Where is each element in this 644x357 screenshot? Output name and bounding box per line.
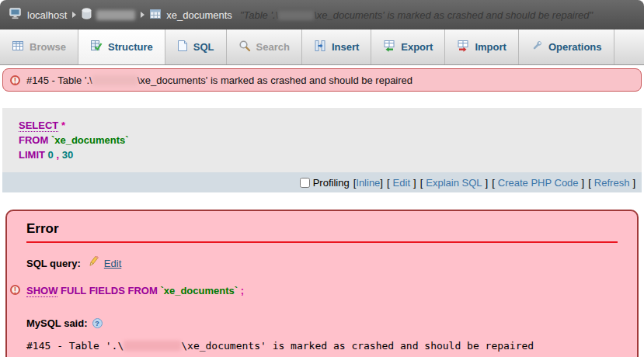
failed-query-line: ! SHOW FULL FIELDS FROM `xe_documents` ; [26, 285, 618, 296]
chevron-right-icon [72, 12, 76, 18]
breadcrumb-table-label: xe_documents [166, 9, 232, 21]
show-keyword-doclink[interactable]: SHOW [26, 285, 57, 297]
error-banner: ! #145 - Table '.\\xe_documents' is mark… [2, 68, 642, 92]
error-card-divider [26, 241, 618, 243]
tab-bar: Browse Structure SQL Search Insert Expor… [0, 29, 644, 65]
mysql-said-row: MySQL said: ? [26, 317, 618, 329]
tab-operations[interactable]: Operations [519, 29, 614, 64]
server-icon [9, 8, 23, 22]
warning-icon: ! [10, 75, 20, 85]
inline-link[interactable]: Inline [356, 177, 380, 189]
select-keyword-doclink[interactable]: SELECT [19, 120, 58, 132]
browse-icon [12, 40, 24, 54]
sql-query-section: SELECT * FROM `xe_documents` LIMIT 0 , 3… [2, 108, 642, 192]
tab-browse-label: Browse [30, 41, 66, 53]
sql-query-label: SQL query: [26, 258, 81, 269]
error-card-heading: Error [26, 221, 618, 237]
breadcrumb-server-label: localhost [27, 9, 67, 21]
structure-icon [90, 40, 103, 54]
pencil-icon [86, 256, 100, 270]
error-card: Error SQL query: Edit ! SHOW FULL FIELDS… [5, 210, 639, 357]
sql-line-from: FROM `xe_documents` [19, 133, 634, 147]
tab-search-label: Search [256, 41, 290, 53]
breadcrumb-database-redacted [96, 10, 135, 20]
tab-operations-label: Operations [548, 41, 602, 53]
profiling-checkbox[interactable] [300, 178, 310, 188]
sql-line-limit: LIMIT 0 , 30 [19, 147, 634, 162]
page-title: "Table '.\\xe_documents' is marked as cr… [240, 9, 593, 21]
mysql-error-message: #145 - Table '.\\xe_documents' is marked… [26, 340, 618, 352]
tab-search: Search [227, 29, 302, 64]
import-icon [457, 40, 469, 54]
tab-import[interactable]: Import [445, 29, 518, 64]
refresh-link[interactable]: Refresh [591, 177, 633, 189]
edit-query-link[interactable]: Edit [390, 177, 413, 189]
edit-link-group: [Edit] [387, 177, 416, 189]
table-icon [150, 9, 162, 22]
create-php-code-link-group: [Create PHP Code] [492, 177, 584, 189]
edit-sql-link-label: Edit [104, 258, 121, 269]
mysql-said-label: MySQL said: [26, 317, 88, 329]
profiling-label: Profiling [313, 177, 350, 189]
edit-sql-link[interactable]: Edit [86, 256, 121, 270]
tab-sql-label: SQL [193, 41, 214, 53]
search-icon [238, 40, 251, 54]
refresh-link-group: [Refresh] [588, 177, 635, 189]
help-icon[interactable]: ? [92, 318, 103, 328]
operations-icon [531, 40, 543, 54]
error-banner-redacted [92, 75, 138, 85]
tab-insert-label: Insert [332, 41, 359, 53]
tab-import-label: Import [475, 41, 506, 53]
breadcrumb: localhost xe_documents "Table '.\\xe_doc… [0, 0, 644, 29]
warning-icon: ! [10, 285, 20, 295]
tab-insert[interactable]: Insert [302, 29, 371, 64]
sql-query-row: SQL query: Edit [26, 256, 618, 270]
tab-structure[interactable]: Structure [78, 29, 165, 64]
explain-sql-link-group: [Explain SQL] [420, 177, 489, 189]
page-title-redacted [278, 11, 314, 20]
tab-export[interactable]: Export [371, 29, 445, 64]
error-banner-text: #145 - Table '.\\xe_documents' is marked… [26, 75, 413, 86]
tab-structure-label: Structure [108, 41, 153, 53]
tab-browse: Browse [0, 29, 78, 64]
mysql-error-redacted [124, 341, 181, 351]
tab-export-label: Export [401, 41, 433, 53]
create-php-code-link[interactable]: Create PHP Code [495, 177, 582, 189]
query-footer: Profiling [Inline] [Edit] [Explain SQL] … [2, 172, 642, 192]
inline-link-group: [Inline] [353, 177, 383, 189]
explain-sql-link[interactable]: Explain SQL [423, 177, 485, 189]
export-icon [383, 40, 395, 54]
sql-line-select: SELECT * [19, 118, 634, 133]
chevron-right-icon [141, 12, 144, 18]
sql-query-box: SELECT * FROM `xe_documents` LIMIT 0 , 3… [2, 108, 642, 172]
sql-icon [177, 40, 188, 54]
insert-icon [314, 40, 326, 54]
breadcrumb-server-link[interactable]: localhost [9, 8, 67, 22]
database-icon [82, 8, 92, 22]
tab-sql[interactable]: SQL [165, 29, 227, 64]
breadcrumb-database-link[interactable] [82, 8, 135, 22]
breadcrumb-table-link[interactable]: xe_documents [150, 9, 232, 22]
